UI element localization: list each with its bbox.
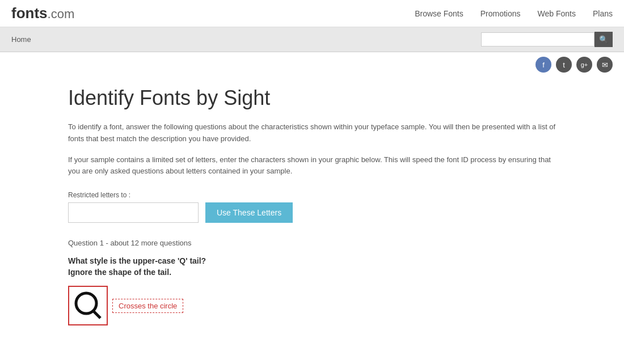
q-letter-svg: [72, 290, 104, 321]
question-line-2: Ignore the shape of the tail.: [68, 268, 556, 277]
restricted-letters-input[interactable]: [68, 202, 199, 223]
answer-image-q: [68, 286, 108, 325]
search-button[interactable]: 🔍: [595, 32, 613, 47]
description-1: To identify a font, answer the following…: [68, 121, 556, 145]
restricted-letters-row: Use These Letters: [68, 202, 556, 223]
question-counter: Question 1 - about 12 more questions: [68, 239, 556, 247]
answer-options: Crosses the circle: [68, 286, 556, 325]
breadcrumb[interactable]: Home: [11, 35, 31, 44]
svg-line-1: [92, 310, 100, 318]
site-logo[interactable]: fonts.com: [11, 5, 74, 22]
question-line-1: What style is the upper-case 'Q' tail?: [68, 256, 556, 265]
email-icon[interactable]: ✉: [597, 57, 613, 73]
facebook-icon[interactable]: f: [536, 57, 551, 73]
answer-option-1[interactable]: Crosses the circle: [68, 286, 183, 325]
header: fonts.com Browse Fonts Promotions Web Fo…: [0, 0, 624, 27]
logo-light: .com: [48, 7, 75, 21]
logo-bold: fonts: [11, 5, 48, 22]
gplus-icon[interactable]: g+: [576, 57, 592, 73]
use-letters-button[interactable]: Use These Letters: [205, 202, 293, 223]
twitter-icon[interactable]: t: [556, 57, 572, 73]
restricted-label: Restricted letters to :: [68, 191, 556, 199]
nav-promotions[interactable]: Promotions: [480, 9, 521, 18]
nav-browse-fonts[interactable]: Browse Fonts: [415, 9, 463, 18]
subheader: Home 🔍: [0, 27, 624, 52]
nav-web-fonts[interactable]: Web Fonts: [538, 9, 576, 18]
main-nav: Browse Fonts Promotions Web Fonts Plans: [415, 9, 613, 18]
search-bar: 🔍: [481, 32, 613, 47]
main-content: Identify Fonts by Sight To identify a fo…: [0, 75, 624, 342]
search-input[interactable]: [481, 32, 595, 46]
page-title: Identify Fonts by Sight: [68, 86, 556, 110]
social-row: f t g+ ✉: [0, 52, 624, 75]
description-2: If your sample contains a limited set of…: [68, 154, 556, 178]
nav-plans[interactable]: Plans: [593, 9, 613, 18]
answer-label-crosses[interactable]: Crosses the circle: [112, 299, 183, 313]
